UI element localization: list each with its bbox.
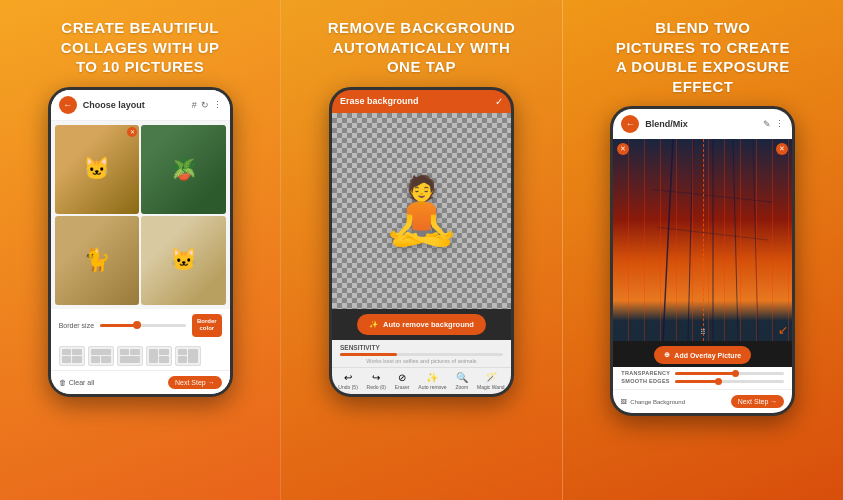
harbor-image [613, 139, 792, 341]
change-bg-label: Change Background [630, 399, 685, 405]
panel-blend: BLEND TWOPICTURES TO CREATEA DOUBLE EXPO… [563, 0, 843, 500]
photo-cell-1[interactable]: ✕ 🐱 [55, 125, 140, 214]
photo-grid: ✕ 🐱 🪴 🐈 🐱 [51, 121, 230, 310]
next-step-label-1: Next Step → [175, 379, 215, 386]
panel-2-title: REMOVE BACKGROUNDAUTOMATICALLY WITHONE T… [328, 18, 516, 77]
phone-mockup-1: ← Choose layout # ↻ ⋮ ✕ 🐱 🪴 🐈 [48, 87, 233, 397]
next-step-label-3: Next Step → [738, 398, 778, 405]
screen-title-2: Erase background [340, 96, 489, 106]
magic-wand-tool[interactable]: 🪄 Magic Wand [477, 372, 505, 390]
auto-label: Auto remove [418, 384, 446, 390]
back-button-3[interactable]: ← [621, 115, 639, 133]
phone-header-3: ← Blend/Mix ✎ ⋮ [613, 109, 792, 139]
phone-footer-1: 🗑 Clear all Next Step → [51, 370, 230, 394]
auto-icon: ✨ [426, 372, 438, 383]
phone-mockup-2: Erase background ✓ 🧘 ✨ Auto remove backg… [329, 87, 514, 397]
trash-icon: 🗑 [59, 379, 66, 386]
undo-tool[interactable]: ↩ Undo (5) [338, 372, 357, 390]
transparency-slider[interactable] [675, 372, 784, 375]
screen-title-3: Blend/Mix [645, 119, 757, 129]
wand-label: Magic Wand [477, 384, 505, 390]
auto-remove-tool[interactable]: ✨ Auto remove [418, 372, 446, 390]
more-icon[interactable]: ⋮ [213, 100, 222, 110]
remove-photo-1[interactable]: ✕ [127, 127, 137, 137]
eraser-toolbar: ↩ Undo (5) ↪ Redo (0) ⊘ Eraser ✨ Auto re… [332, 367, 511, 394]
redo-icon: ↪ [372, 372, 380, 383]
panel-collage: CREATE BEAUTIFULCOLLAGES WITH UPTO 10 PI… [0, 0, 280, 500]
transparency-label: TRANSPARENCY [621, 370, 671, 376]
smooth-edges-label: SMOOTH EDGES [621, 378, 671, 384]
border-size-slider[interactable] [100, 324, 186, 327]
cat-image-1: 🐱 [55, 125, 140, 214]
blend-sliders: TRANSPARENCY SMOOTH EDGES [613, 367, 792, 389]
sensitivity-hint: Works best on selfies and pictures of an… [340, 358, 503, 364]
zoom-tool[interactable]: 🔍 Zoom [455, 372, 468, 390]
layout-thumbnails [51, 342, 230, 370]
eraser-canvas[interactable]: 🧘 [332, 113, 511, 309]
plant-image: 🪴 [141, 125, 226, 214]
layout-thumb-2[interactable] [88, 346, 114, 366]
auto-remove-label: Auto remove background [383, 320, 474, 329]
add-overlay-picture-button[interactable]: ⊕ Add Overlay Picture [654, 346, 751, 364]
eraser-tool[interactable]: ⊘ Eraser [395, 372, 410, 390]
eraser-icon: ⊘ [398, 372, 406, 383]
auto-remove-background-button[interactable]: ✨ Auto remove background [357, 314, 486, 335]
photo-cell-2[interactable]: 🪴 [141, 125, 226, 214]
clear-all-button[interactable]: 🗑 Clear all [59, 379, 95, 386]
undo-label: Undo (5) [338, 384, 357, 390]
change-background-button[interactable]: 🖼 Change Background [621, 399, 685, 405]
photo-cell-3[interactable]: 🐈 [55, 216, 140, 305]
undo-icon: ↩ [344, 372, 352, 383]
refresh-icon[interactable]: ↻ [201, 100, 209, 110]
redo-label: Redo (0) [367, 384, 386, 390]
eraser-label: Eraser [395, 384, 410, 390]
smooth-edges-slider[interactable] [675, 380, 784, 383]
transparency-control: TRANSPARENCY [621, 370, 784, 376]
blend-canvas[interactable]: ✕ ✕ ↙ ⠿ [613, 139, 792, 341]
layout-thumb-1[interactable] [59, 346, 85, 366]
smooth-edges-control: SMOOTH EDGES [621, 378, 784, 384]
clear-all-label: Clear all [69, 379, 95, 386]
image-icon: 🖼 [621, 399, 627, 405]
layout-thumb-3[interactable] [117, 346, 143, 366]
person-image: 🧘 [381, 178, 462, 243]
resize-arrow-icon[interactable]: ↙ [778, 323, 788, 337]
border-color-button[interactable]: Bordercolor [192, 314, 222, 336]
confirm-icon[interactable]: ✓ [495, 96, 503, 107]
plus-circle-icon: ⊕ [664, 351, 670, 359]
panel-3-title: BLEND TWOPICTURES TO CREATEA DOUBLE EXPO… [616, 18, 790, 96]
panel-background-removal: REMOVE BACKGROUNDAUTOMATICALLY WITHONE T… [280, 0, 562, 500]
layout-thumb-5[interactable] [175, 346, 201, 366]
cat-image-2: 🐈 [55, 216, 140, 305]
wand-icon: 🪄 [485, 372, 497, 383]
resize-handle[interactable]: ⠿ [700, 328, 706, 337]
magic-icon: ✨ [369, 320, 378, 329]
phone-header-1: ← Choose layout # ↻ ⋮ [51, 90, 230, 121]
more-icon-3[interactable]: ⋮ [775, 119, 784, 129]
phone-footer-3: 🖼 Change Background Next Step → [613, 389, 792, 413]
grid-icon[interactable]: # [192, 100, 197, 110]
next-step-button-3[interactable]: Next Step → [731, 395, 785, 408]
add-overlay-label: Add Overlay Picture [674, 352, 741, 359]
edit-icon[interactable]: ✎ [763, 119, 771, 129]
sensitivity-control: SENSITIVITY Works best on selfies and pi… [332, 340, 511, 367]
cat-image-3: 🐱 [141, 216, 226, 305]
redo-tool[interactable]: ↪ Redo (0) [367, 372, 386, 390]
phone-header-2: Erase background ✓ [332, 90, 511, 113]
next-step-button-1[interactable]: Next Step → [168, 376, 222, 389]
phone-mockup-3: ← Blend/Mix ✎ ⋮ [610, 106, 795, 416]
layout-thumb-4[interactable] [146, 346, 172, 366]
zoom-icon: 🔍 [456, 372, 468, 383]
sensitivity-label: SENSITIVITY [340, 344, 503, 351]
border-controls: Border size Bordercolor [51, 309, 230, 341]
photo-cell-4[interactable]: 🐱 [141, 216, 226, 305]
back-button[interactable]: ← [59, 96, 77, 114]
sensitivity-slider[interactable] [340, 353, 503, 356]
screen-title-1: Choose layout [83, 100, 186, 110]
blend-divider [703, 139, 704, 341]
panel-1-title: CREATE BEAUTIFULCOLLAGES WITH UPTO 10 PI… [61, 18, 220, 77]
zoom-label: Zoom [455, 384, 468, 390]
border-size-label: Border size [59, 322, 94, 329]
